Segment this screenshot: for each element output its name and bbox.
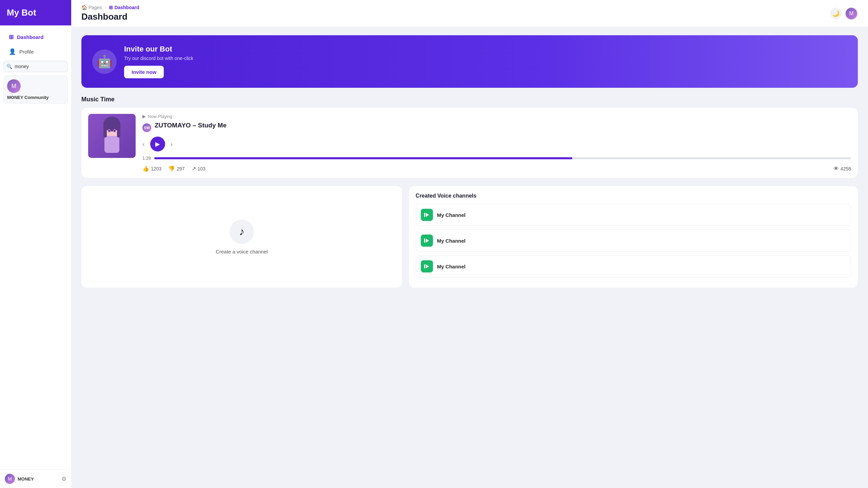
thumbs-down-icon: 👎 [168,165,175,172]
footer-username: MONEY [18,476,34,482]
song-title: ZUTOMAYO – Study Me [155,122,226,129]
dashboard-icon: ⊞ [9,34,14,41]
footer-user: M MONEY [5,474,34,484]
svg-rect-19 [424,264,425,268]
breadcrumb: 🏠 Pages › ⊞ Dashboard [81,5,139,10]
svg-rect-13 [424,213,425,217]
prev-button[interactable]: ‹ [142,140,145,148]
time-current: 1:28 [142,156,151,161]
svg-rect-16 [424,239,425,243]
breadcrumb-pages[interactable]: 🏠 Pages [81,5,102,10]
server-name: MONEY Community [7,95,49,100]
content-area: 🤖 Invite our Bot Try our discord bot wit… [71,27,868,488]
play-pause-button[interactable]: ▶ [150,137,165,151]
footer-avatar: M [5,474,15,484]
svg-point-10 [114,130,115,132]
channel-name-1: My Channel [437,212,466,218]
progress-bar-fill [154,157,572,159]
next-button[interactable]: › [171,140,173,148]
music-thumbnail [88,114,136,158]
sidebar-item-dashboard[interactable]: ⊞ Dashboard [3,30,68,44]
breadcrumb-sep: › [105,5,106,10]
channel-item-3[interactable]: My Channel [416,255,851,278]
search-box: 🔍 [3,61,68,72]
search-input[interactable] [3,61,68,72]
breadcrumb-dashboard: ⊞ Dashboard [109,5,139,10]
channel-item-1[interactable]: My Channel [416,204,851,226]
channels-title: Created Voice channels [416,193,851,199]
sidebar: My Bot ⊞ Dashboard 👤 Profile 🔍 M MONEY C… [0,0,71,488]
page-title-row: 🏠 Pages › ⊞ Dashboard Dashboard [81,5,139,22]
invite-title: Invite our Bot [124,45,193,54]
invite-banner: 🤖 Invite our Bot Try our discord bot wit… [81,35,858,88]
settings-icon[interactable]: ⚙ [61,475,66,483]
play-indicator-icon: ▶ [142,114,146,119]
eye-icon: 👁 [833,166,839,172]
sidebar-footer: M MONEY ⚙ [0,469,71,488]
home-icon: 🏠 [81,5,87,10]
dislikes-stat: 👎 297 [168,165,184,172]
voice-channels-card: Created Voice channels My Channel My Cha… [409,186,858,288]
likes-stat: 👍 1203 [142,165,161,172]
player-controls: ‹ ▶ › [142,137,851,151]
sidebar-item-dashboard-label: Dashboard [17,34,43,40]
music-note-circle: ♪ [230,220,254,244]
bot-icon-circle: 🤖 [92,49,117,74]
bottom-grid: ♪ Create a voice channel Created Voice c… [81,186,858,288]
sidebar-header: My Bot [0,0,71,25]
topbar: 🏠 Pages › ⊞ Dashboard Dashboard 🌙 M [71,0,868,27]
robot-icon: 🤖 [97,55,112,69]
channel-name-2: My Channel [437,238,466,244]
voice-create-card: ♪ Create a voice channel [81,186,402,288]
shares-stat: ↗ 103 [192,165,205,172]
svg-point-9 [108,130,110,132]
invite-subtitle: Try our discord bot with one-click [124,56,193,61]
progress-row: 1:28 [142,156,851,161]
channel-name-3: My Channel [437,264,466,269]
main-content: 🏠 Pages › ⊞ Dashboard Dashboard 🌙 M 🤖 [71,0,868,488]
music-card: ▶ Now Playing SW ZUTOMAYO – Study Me ‹ ▶… [81,108,858,178]
svg-rect-3 [104,136,119,153]
music-info: ▶ Now Playing SW ZUTOMAYO – Study Me ‹ ▶… [142,114,851,172]
progress-bar[interactable] [154,157,851,159]
share-icon: ↗ [192,165,196,172]
create-voice-label: Create a voice channel [216,249,268,255]
stats-row: 👍 1203 👎 297 ↗ 103 👁 4258 [142,165,851,172]
invite-text: Invite our Bot Try our discord bot with … [124,45,193,78]
channel-icon-3 [421,260,433,272]
views-stat: 👁 4258 [833,166,851,172]
music-thumbnail-art [88,114,136,158]
profile-icon: 👤 [9,48,16,55]
svg-rect-6 [117,124,120,138]
music-section-title: Music Time [81,96,858,103]
theme-toggle-button[interactable]: 🌙 [830,8,842,19]
invite-now-button[interactable]: Invite now [124,66,164,78]
dashboard-crumb-icon: ⊞ [109,5,113,10]
channel-item-2[interactable]: My Channel [416,229,851,252]
page-title: Dashboard [81,12,139,22]
sidebar-item-profile-label: Profile [19,49,34,55]
bot-title: My Bot [7,7,36,18]
topbar-right: 🌙 M [830,7,858,20]
music-note-icon: ♪ [239,225,244,238]
user-avatar-top[interactable]: M [845,7,858,20]
server-avatar: M [7,79,21,93]
song-user-badge: SW [142,123,151,132]
channel-icon-2 [421,235,433,247]
sidebar-nav: ⊞ Dashboard 👤 Profile 🔍 M MONEY Communit… [0,25,71,469]
now-playing-label: ▶ Now Playing [142,114,851,119]
search-icon: 🔍 [6,64,12,69]
svg-rect-5 [103,124,107,138]
channel-icon-1 [421,209,433,221]
thumbs-up-icon: 👍 [142,165,149,172]
server-item-money-community[interactable]: M MONEY Community [3,76,68,104]
sidebar-item-profile[interactable]: 👤 Profile [3,45,68,59]
